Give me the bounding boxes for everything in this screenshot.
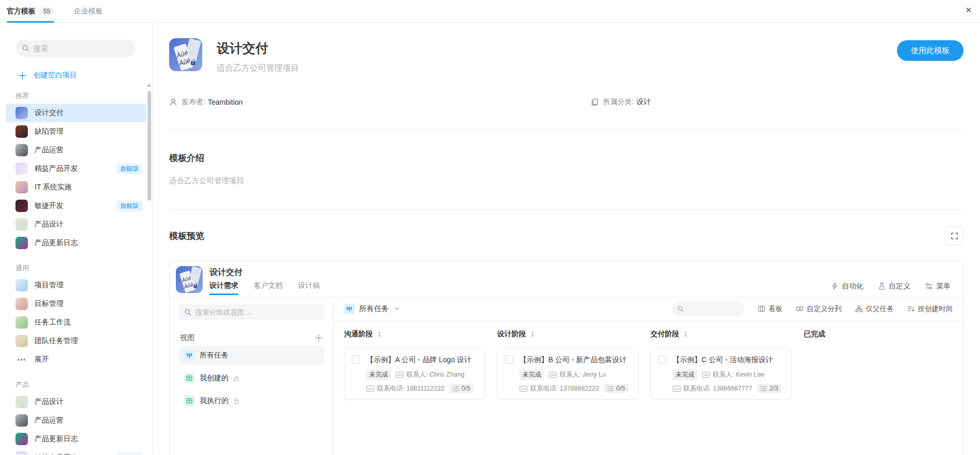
- view-selector[interactable]: 所有任务: [344, 304, 400, 314]
- preview-tab-设计稿[interactable]: 设计稿: [298, 281, 320, 295]
- subtask-icon: [453, 385, 460, 392]
- card-meta-row: 未完成Aa联系人: Kevin Lee: [673, 369, 784, 380]
- sidebar-item[interactable]: 团队任务管理: [6, 332, 146, 350]
- sidebar-item-label: 产品设计: [35, 397, 63, 407]
- views-search-input[interactable]: [195, 308, 299, 316]
- preview-tab-设计需求[interactable]: 设计需求: [209, 281, 238, 295]
- close-icon[interactable]: ×: [966, 4, 972, 15]
- sidebar-search-input[interactable]: [34, 44, 121, 53]
- sidebar-item[interactable]: 缺陷管理: [6, 122, 146, 141]
- chevron-down-icon: [394, 305, 400, 312]
- sidebar-item[interactable]: 敏捷开发旗舰版: [6, 197, 146, 215]
- 菜单-button[interactable]: 菜单: [925, 282, 951, 291]
- board-button-按创建时间[interactable]: 按创建时间: [907, 304, 953, 314]
- task-card[interactable]: 【示例】A 公司 - 品牌 Logo 设计未完成Aa联系人: Chris Zha…: [344, 348, 485, 400]
- sidebar-item-label: 项目管理: [35, 281, 63, 290]
- board-search-input[interactable]: [684, 305, 736, 313]
- template-icon: [15, 181, 28, 193]
- template-icon: [15, 433, 28, 445]
- tree-icon: [855, 305, 863, 313]
- sidebar-item[interactable]: 任务工作流: [6, 313, 146, 332]
- task-checkbox[interactable]: [352, 355, 360, 364]
- sidebar-item-label: 任务工作流: [35, 318, 71, 327]
- task-checkbox[interactable]: [505, 355, 513, 364]
- board-button-自定义分列[interactable]: 自定义分列: [796, 304, 842, 314]
- sidebar-item[interactable]: 目标管理: [6, 295, 146, 313]
- board-button-看板[interactable]: 看板: [758, 304, 782, 314]
- subtask-count-badge: 0/5: [450, 384, 473, 393]
- flagship-badge: 旗舰版: [117, 452, 142, 455]
- sidebar-item[interactable]: 产品更新日志: [6, 234, 146, 252]
- view-item-所有任务[interactable]: 所有任务: [179, 346, 324, 365]
- sidebar-item[interactable]: 产品运营: [6, 141, 146, 159]
- publisher-label: 发布者:: [182, 98, 205, 107]
- task-title: 【示例】A 公司 - 品牌 Logo 设计: [366, 355, 471, 365]
- template-icon: [15, 451, 28, 454]
- view-item-我创建的[interactable]: 我创建的: [179, 368, 324, 388]
- view-item-我执行的[interactable]: 我执行的: [179, 391, 324, 411]
- view-item-label: 所有任务: [200, 351, 228, 360]
- subtask-count: 2/3: [769, 385, 778, 392]
- views-search[interactable]: [179, 304, 324, 320]
- sidebar-expand-button[interactable]: •••展开: [6, 350, 146, 369]
- sidebar-item[interactable]: 产品更新日志: [6, 430, 146, 448]
- category-label: 所属分类:: [603, 98, 634, 107]
- sidebar-item-label: IT 系统实施: [35, 183, 72, 192]
- subtask-icon: [760, 385, 767, 392]
- sidebar-item[interactable]: 精益产品开发旗舰版: [6, 159, 146, 178]
- page-subtitle: 适合乙方公司管理项目: [217, 63, 299, 74]
- 自动化-button[interactable]: 自动化: [831, 282, 863, 291]
- category-meta: 所属分类: 设计: [591, 98, 651, 107]
- action-label: 自动化: [842, 282, 863, 291]
- card-meta-row: 123联系电话: 188111122220/5: [366, 384, 478, 393]
- ellipsis-icon: •••: [15, 353, 28, 366]
- sidebar-search[interactable]: [15, 40, 135, 57]
- top-tab-label: 官方模板: [7, 7, 36, 16]
- scrollbar-up-arrow[interactable]: [147, 84, 151, 87]
- top-tab-官方模板[interactable]: 官方模板55: [7, 0, 54, 22]
- board-columns: 沟通阶段1【示例】A 公司 - 品牌 Logo 设计未完成Aa联系人: Chri…: [334, 321, 963, 409]
- use-template-button[interactable]: 使用此模板: [897, 40, 963, 61]
- sidebar-item[interactable]: 精益产品开发旗舰版: [6, 448, 146, 454]
- sidebar-item-label: 精益产品开发: [35, 164, 78, 173]
- svg-text:123: 123: [521, 387, 527, 391]
- 自定义-button[interactable]: 自定义: [878, 282, 910, 291]
- lock-icon: [233, 398, 240, 404]
- sidebar-item[interactable]: 设计交付: [6, 104, 146, 122]
- board-button-仅父任务[interactable]: 仅父任务: [855, 304, 894, 314]
- column-title: 交付阶段: [650, 330, 679, 339]
- task-card[interactable]: 【示例】C 公司 - 活动海报设计未完成Aa联系人: Kevin Lee123联…: [650, 348, 792, 400]
- board-column-沟通阶段: 沟通阶段1【示例】A 公司 - 品牌 Logo 设计未完成Aa联系人: Chri…: [344, 330, 485, 400]
- add-view-button[interactable]: [315, 334, 323, 342]
- template-icon: [15, 107, 28, 119]
- contact-value: 联系人: Kevin Lee: [713, 370, 764, 379]
- task-checkbox[interactable]: [658, 355, 666, 364]
- preview-tab-客户文档[interactable]: 客户文档: [254, 281, 283, 295]
- sidebar-item-label: 缺陷管理: [35, 127, 63, 136]
- board-search[interactable]: [672, 302, 744, 316]
- preview-actions: 自动化自定义菜单: [831, 266, 951, 297]
- task-title: 【示例】C 公司 - 活动海报设计: [673, 355, 773, 365]
- sidebar-scrollbar[interactable]: [148, 91, 151, 201]
- top-tab-企业模板[interactable]: 企业模板: [74, 0, 103, 22]
- sidebar-item[interactable]: 产品运营: [6, 411, 146, 430]
- top-tabs: 官方模板55企业模板: [7, 0, 122, 22]
- board-toolbar: 所有任务 看板自定义分列仅父任务按创建时间: [334, 297, 963, 321]
- plus-icon: [19, 72, 26, 79]
- sidebar-item[interactable]: 产品设计: [6, 393, 146, 411]
- sidebar-group-label: 产品: [15, 380, 152, 389]
- card-title-row: 【示例】B 公司 - 新产品包装设计: [505, 355, 631, 365]
- sidebar-item-label: 设计交付: [35, 108, 63, 118]
- contact-value: 联系人: Chris Zhang: [406, 370, 465, 379]
- fullscreen-button[interactable]: [945, 226, 963, 245]
- task-card[interactable]: 【示例】B 公司 - 新产品包装设计未完成Aa联系人: Jerry Lu123联…: [497, 348, 639, 400]
- card-meta-row: 未完成Aa联系人: Chris Zhang: [366, 369, 478, 380]
- view-item-label: 我执行的: [200, 396, 228, 405]
- sidebar-item[interactable]: 项目管理: [6, 276, 146, 295]
- subtask-icon: [607, 385, 614, 392]
- sidebar-item[interactable]: IT 系统实施: [6, 178, 146, 197]
- create-blank-project-button[interactable]: 创建空白项目: [19, 71, 152, 80]
- template-icon: [15, 125, 28, 138]
- sidebar-item[interactable]: 产品设计: [6, 215, 146, 234]
- contact-field: Aa联系人: Kevin Lee: [702, 370, 764, 379]
